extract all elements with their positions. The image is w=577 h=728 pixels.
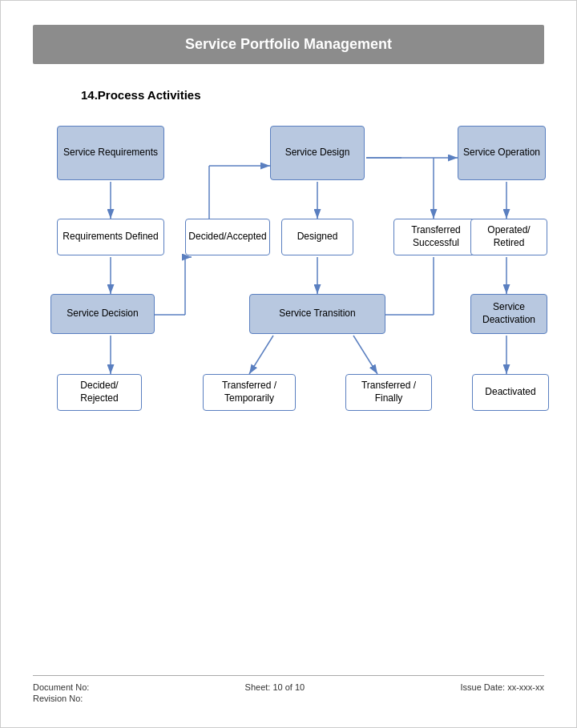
service-decision-box: Service Decision — [50, 294, 155, 334]
section-title: 14.Process Activities — [81, 88, 544, 102]
decided-rejected-box: Decided/ Rejected — [57, 374, 142, 411]
footer-center: Sheet: 10 of 10 — [245, 682, 305, 703]
issue-date-label: Issue Date: xx-xxx-xx — [460, 682, 544, 692]
service-operation-box: Service Operation — [458, 126, 546, 180]
transferred-temporarily-box: Transferred / Temporarily — [203, 374, 296, 411]
decided-accepted-box: Decided/Accepted — [185, 219, 270, 255]
requirements-defined-box: Requirements Defined — [57, 219, 164, 255]
svg-line-11 — [249, 336, 273, 374]
rev-no-label: Revision No: — [33, 694, 89, 703]
footer-left: Document No: Revision No: — [33, 682, 89, 703]
service-deactivation-box: Service Deactivation — [470, 294, 547, 334]
operated-retired-box: Operated/ Retired — [470, 219, 547, 255]
transferred-finally-box: Transferred / Finally — [345, 374, 432, 411]
service-requirements-box: Service Requirements — [57, 126, 164, 180]
transferred-successful-box: Transferred Successful — [393, 219, 478, 255]
page: Service Portfolio Management 14.Process … — [0, 0, 577, 728]
header-title: Service Portfolio Management — [33, 25, 544, 64]
service-design-box: Service Design — [270, 126, 365, 180]
svg-line-12 — [353, 336, 377, 374]
service-transition-box: Service Transition — [249, 294, 385, 334]
sheet-label: Sheet: 10 of 10 — [245, 682, 305, 692]
designed-box: Designed — [281, 219, 353, 255]
doc-no-label: Document No: — [33, 682, 89, 692]
footer: Document No: Revision No: Sheet: 10 of 1… — [33, 675, 544, 703]
deactivated-box: Deactivated — [472, 374, 549, 411]
footer-right: Issue Date: xx-xxx-xx — [460, 682, 544, 703]
diagram-area: Service Requirements Service Design Serv… — [33, 118, 546, 470]
